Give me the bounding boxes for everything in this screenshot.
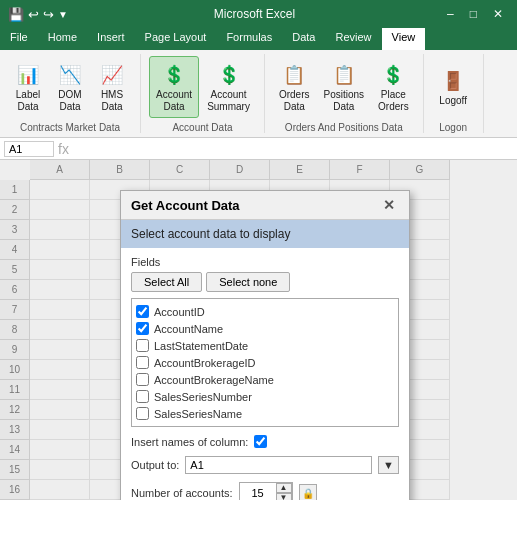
- dialog-title-bar: Get Account Data ✕: [121, 191, 409, 220]
- field-checkbox-account-name[interactable]: [136, 322, 149, 335]
- dialog-close-button[interactable]: ✕: [379, 197, 399, 213]
- redo-icon[interactable]: ↪: [43, 7, 54, 22]
- place-orders-icon: 💲: [379, 61, 407, 89]
- accounts-input[interactable]: [240, 485, 276, 500]
- undo-icon[interactable]: ↩: [28, 7, 39, 22]
- label-data-button[interactable]: 📊 LabelData: [8, 57, 48, 117]
- field-item-sales-series-name[interactable]: SalesSeriesName: [136, 405, 394, 422]
- field-item-account-brokerage-name[interactable]: AccountBrokerageName: [136, 371, 394, 388]
- account-summary-label: AccountSummary: [207, 89, 250, 113]
- save-icon[interactable]: 💾: [8, 7, 24, 22]
- logon-group-label: Logon: [439, 122, 467, 133]
- insert-names-checkbox[interactable]: [254, 435, 267, 448]
- window-controls[interactable]: – □ ✕: [441, 5, 509, 23]
- hms-data-button[interactable]: 📈 HMSData: [92, 57, 132, 117]
- fields-buttons: Select All Select none: [131, 272, 399, 292]
- spin-buttons[interactable]: ▲ ▼: [276, 483, 292, 500]
- close-icon[interactable]: ✕: [487, 5, 509, 23]
- maximize-icon[interactable]: □: [464, 5, 483, 23]
- tab-page-layout[interactable]: Page Layout: [135, 28, 217, 50]
- field-checkbox-account-brokerage-name[interactable]: [136, 373, 149, 386]
- field-label-account-brokerage-id: AccountBrokerageID: [154, 357, 256, 369]
- output-to-input[interactable]: [185, 456, 372, 474]
- hms-data-icon: 📈: [98, 61, 126, 89]
- account-summary-button[interactable]: 💲 AccountSummary: [201, 57, 256, 117]
- field-checkbox-last-statement[interactable]: [136, 339, 149, 352]
- ribbon-group-account: 💲 AccountData 💲 AccountSummary Account D…: [141, 54, 265, 133]
- dialog-body: Fields Select All Select none AccountID …: [121, 248, 409, 500]
- tab-insert[interactable]: Insert: [87, 28, 135, 50]
- positions-data-icon: 📋: [330, 61, 358, 89]
- field-item-account-id[interactable]: AccountID: [136, 303, 394, 320]
- field-checkbox-sales-series-name[interactable]: [136, 407, 149, 420]
- cell-reference-input[interactable]: [4, 141, 54, 157]
- minimize-icon[interactable]: –: [441, 5, 460, 23]
- formula-bar: fx: [0, 138, 517, 160]
- tab-view[interactable]: View: [382, 28, 426, 50]
- ribbon: 📊 LabelData 📉 DOMData 📈 HMSData Contract…: [0, 50, 517, 138]
- field-label-account-brokerage-name: AccountBrokerageName: [154, 374, 274, 386]
- field-checkbox-sales-series-number[interactable]: [136, 390, 149, 403]
- dialog-header-text: Select account data to display: [131, 227, 290, 241]
- account-data-icon: 💲: [160, 61, 188, 89]
- dialog-header: Select account data to display: [121, 220, 409, 248]
- select-all-button[interactable]: Select All: [131, 272, 202, 292]
- ribbon-group-contracts: 📊 LabelData 📉 DOMData 📈 HMSData Contract…: [0, 54, 141, 133]
- spreadsheet-area: A B C D E F G 1 2 3 4 5 6 7 8 9 10 11 12…: [0, 160, 517, 500]
- field-label-account-id: AccountID: [154, 306, 205, 318]
- tab-data[interactable]: Data: [282, 28, 325, 50]
- ribbon-group-contracts-items: 📊 LabelData 📉 DOMData 📈 HMSData: [8, 54, 132, 120]
- tab-formulas[interactable]: Formulas: [216, 28, 282, 50]
- field-item-last-statement[interactable]: LastStatementDate: [136, 337, 394, 354]
- field-item-sales-series-number[interactable]: SalesSeriesNumber: [136, 388, 394, 405]
- title-bar: 💾 ↩ ↪ ▼ Microsoft Excel – □ ✕: [0, 0, 517, 28]
- spin-down-button[interactable]: ▼: [276, 493, 292, 500]
- orders-data-icon: 📋: [280, 61, 308, 89]
- account-data-button[interactable]: 💲 AccountData: [149, 56, 199, 118]
- field-checkbox-account-id[interactable]: [136, 305, 149, 318]
- select-none-button[interactable]: Select none: [206, 272, 290, 292]
- field-label-account-name: AccountName: [154, 323, 223, 335]
- fields-label: Fields: [131, 256, 399, 268]
- orders-data-label: OrdersData: [279, 89, 310, 113]
- output-dropdown-button[interactable]: ▼: [378, 456, 399, 474]
- field-label-sales-series-name: SalesSeriesName: [154, 408, 242, 420]
- dom-data-button[interactable]: 📉 DOMData: [50, 57, 90, 117]
- accounts-spinner[interactable]: ▲ ▼: [239, 482, 293, 500]
- account-group-label: Account Data: [172, 122, 232, 133]
- tab-home[interactable]: Home: [38, 28, 87, 50]
- orders-group-label: Orders And Positions Data: [285, 122, 403, 133]
- fields-list: AccountID AccountName LastStatementDate …: [131, 298, 399, 427]
- dialog-title: Get Account Data: [131, 198, 240, 213]
- place-orders-button[interactable]: 💲 PlaceOrders: [372, 57, 415, 117]
- output-row: Output to: ▼: [131, 456, 399, 474]
- quick-access-toolbar[interactable]: 💾 ↩ ↪ ▼: [8, 7, 68, 22]
- number-of-accounts-label: Number of accounts:: [131, 487, 233, 499]
- field-label-sales-series-number: SalesSeriesNumber: [154, 391, 252, 403]
- app-title: Microsoft Excel: [76, 7, 433, 21]
- tab-file[interactable]: File: [0, 28, 38, 50]
- field-item-account-name[interactable]: AccountName: [136, 320, 394, 337]
- tab-review[interactable]: Review: [325, 28, 381, 50]
- positions-data-button[interactable]: 📋 PositionsData: [318, 57, 371, 117]
- place-orders-label: PlaceOrders: [378, 89, 409, 113]
- insert-names-row: Insert names of column:: [131, 435, 399, 448]
- logoff-icon: 🚪: [439, 67, 467, 95]
- ribbon-group-logon-items: 🚪 Logoff: [433, 54, 473, 120]
- positions-data-label: PositionsData: [324, 89, 365, 113]
- ribbon-group-account-items: 💲 AccountData 💲 AccountSummary: [149, 54, 256, 120]
- customize-icon[interactable]: ▼: [58, 9, 68, 20]
- ribbon-tabs: File Home Insert Page Layout Formulas Da…: [0, 28, 517, 50]
- field-label-last-statement: LastStatementDate: [154, 340, 248, 352]
- field-checkbox-account-brokerage-id[interactable]: [136, 356, 149, 369]
- output-to-label: Output to:: [131, 459, 179, 471]
- orders-data-button[interactable]: 📋 OrdersData: [273, 57, 316, 117]
- accounts-row: Number of accounts: ▲ ▼ 🔒: [131, 482, 399, 500]
- logoff-button[interactable]: 🚪 Logoff: [433, 63, 473, 111]
- field-item-account-brokerage-id[interactable]: AccountBrokerageID: [136, 354, 394, 371]
- ribbon-group-logon: 🚪 Logoff Logon: [424, 54, 484, 133]
- hms-data-label: HMSData: [101, 89, 123, 113]
- spin-up-button[interactable]: ▲: [276, 483, 292, 493]
- lock-icon[interactable]: 🔒: [299, 484, 317, 500]
- dialog-overlay: Get Account Data ✕ Select account data t…: [0, 160, 517, 500]
